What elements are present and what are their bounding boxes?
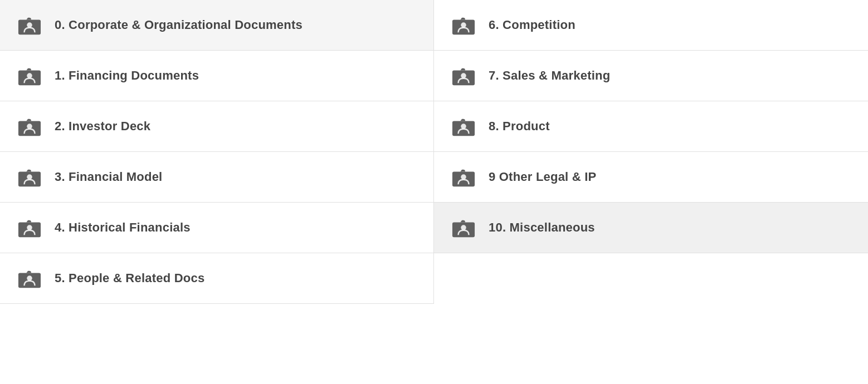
list-item[interactable]: 8. Product bbox=[434, 101, 868, 152]
folder-icon bbox=[451, 12, 476, 38]
folder-icon bbox=[451, 164, 476, 190]
list-item[interactable]: 5. People & Related Docs bbox=[0, 253, 434, 304]
folder-icon bbox=[451, 63, 476, 88]
list-item[interactable]: 0. Corporate & Organizational Documents bbox=[0, 0, 434, 51]
svg-point-19 bbox=[461, 174, 466, 180]
svg-point-11 bbox=[27, 275, 32, 281]
folder-icon bbox=[17, 215, 42, 240]
list-item[interactable]: 2. Investor Deck bbox=[0, 101, 434, 152]
list-item[interactable]: 10. Miscellaneous bbox=[434, 203, 868, 253]
folder-grid: 0. Corporate & Organizational Documents1… bbox=[0, 0, 868, 304]
list-item[interactable]: 7. Sales & Marketing bbox=[434, 51, 868, 101]
right-column: 6. Competition7. Sales & Marketing8. Pro… bbox=[434, 0, 868, 304]
svg-point-1 bbox=[27, 22, 32, 28]
item-label: 9 Other Legal & IP bbox=[489, 170, 596, 184]
folder-icon bbox=[451, 114, 476, 139]
svg-point-17 bbox=[461, 124, 466, 129]
item-label: 5. People & Related Docs bbox=[55, 271, 204, 285]
item-label: 6. Competition bbox=[489, 18, 576, 32]
svg-point-9 bbox=[27, 225, 32, 230]
svg-point-5 bbox=[27, 124, 32, 129]
folder-icon bbox=[17, 114, 42, 139]
list-item[interactable]: 4. Historical Financials bbox=[0, 203, 434, 253]
folder-icon bbox=[451, 215, 476, 240]
list-item[interactable]: 3. Financial Model bbox=[0, 152, 434, 203]
left-column: 0. Corporate & Organizational Documents1… bbox=[0, 0, 434, 304]
folder-icon bbox=[17, 12, 42, 38]
item-label: 1. Financing Documents bbox=[55, 68, 199, 83]
list-item[interactable]: 9 Other Legal & IP bbox=[434, 152, 868, 203]
svg-point-13 bbox=[461, 22, 466, 28]
list-item[interactable]: 1. Financing Documents bbox=[0, 51, 434, 101]
folder-icon bbox=[17, 265, 42, 291]
item-label: 8. Product bbox=[489, 119, 550, 134]
svg-point-21 bbox=[461, 225, 466, 230]
item-label: 4. Historical Financials bbox=[55, 220, 191, 235]
svg-point-3 bbox=[27, 73, 32, 78]
list-item[interactable]: 6. Competition bbox=[434, 0, 868, 51]
item-label: 10. Miscellaneous bbox=[489, 220, 595, 235]
item-label: 7. Sales & Marketing bbox=[489, 68, 610, 83]
item-label: 3. Financial Model bbox=[55, 170, 162, 184]
folder-icon bbox=[17, 164, 42, 190]
svg-point-15 bbox=[461, 73, 466, 78]
folder-icon bbox=[17, 63, 42, 88]
item-label: 0. Corporate & Organizational Documents bbox=[55, 18, 303, 32]
item-label: 2. Investor Deck bbox=[55, 119, 150, 134]
svg-point-7 bbox=[27, 174, 32, 180]
